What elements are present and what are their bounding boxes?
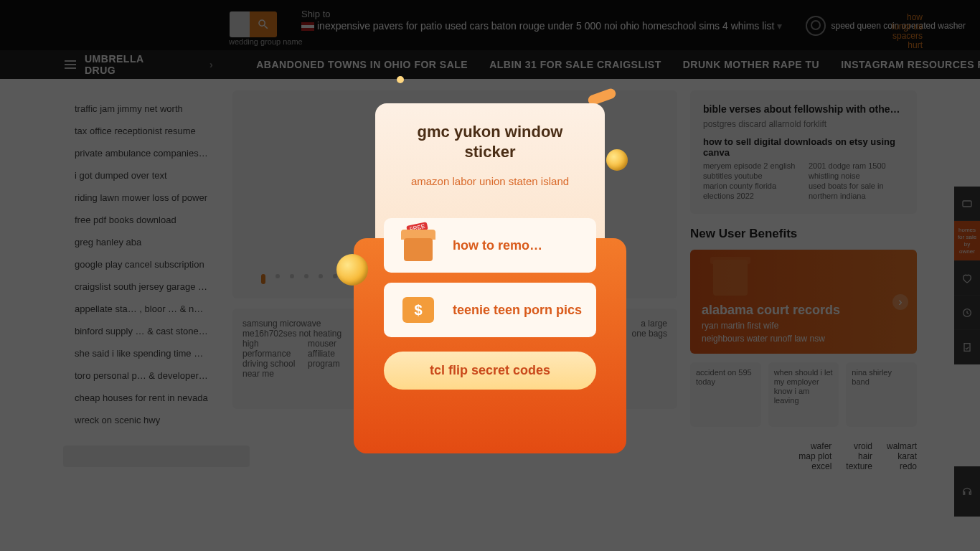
modal-offer-card[interactable]: $ teenie teen porn pics (384, 283, 596, 337)
promo-modal: gmc yukon window sticker amazon labor un… (354, 96, 626, 455)
sparkle-icon (397, 76, 404, 83)
modal-offer-card[interactable]: FREE how to remo… (384, 218, 596, 273)
coin-icon (606, 149, 628, 171)
free-box-icon: FREE (397, 228, 440, 263)
ticket-icon: $ (397, 293, 440, 327)
modal-cta-button[interactable]: tcl flip secret codes (384, 352, 596, 390)
modal-offer-text: how to remo… (453, 238, 583, 253)
modal-offer-text: teenie teen porn pics (453, 302, 583, 318)
coin-icon (336, 254, 368, 286)
modal-subtitle: amazon labor union staten island (395, 175, 585, 187)
modal-title: gmc yukon window sticker (395, 122, 585, 162)
dollar-sign: $ (402, 297, 434, 323)
